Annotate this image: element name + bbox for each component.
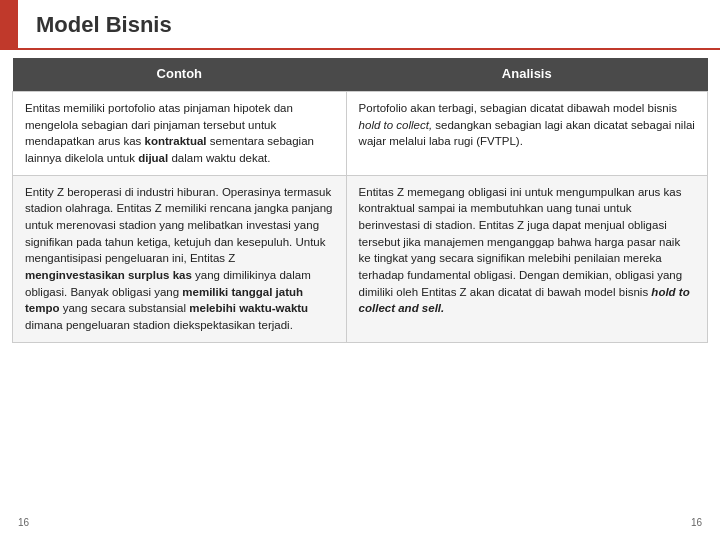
row2-analisis: Entitas Z memegang obligasi ini untuk me… <box>346 175 707 342</box>
bold-text-dijual: dijual <box>138 152 168 164</box>
row2-contoh: Entity Z beroperasi di industri hiburan.… <box>13 175 347 342</box>
table-header-row: Contoh Analisis <box>13 58 708 91</box>
model-bisnis-table: Contoh Analisis Entitas memiliki portofo… <box>12 58 708 343</box>
bold-italic-text: hold to collect and sell. <box>359 286 690 315</box>
table-row: Entity Z beroperasi di industri hiburan.… <box>13 175 708 342</box>
page-header: Model Bisnis <box>0 0 720 50</box>
col-header-analisis: Analisis <box>346 58 707 91</box>
row1-analisis: Portofolio akan terbagi, sebagian dicata… <box>346 91 707 175</box>
text-span: Entitas memiliki portofolio atas pinjama… <box>25 102 314 164</box>
text-span: Entitas Z memegang obligasi ini untuk me… <box>359 186 690 315</box>
text-span: Entity Z beroperasi di industri hiburan.… <box>25 186 333 331</box>
bold-text: menginvestasikan surplus kas <box>25 269 192 281</box>
bold-text: kontraktual <box>145 135 207 147</box>
bold-text: melebihi waktu-waktu <box>189 302 308 314</box>
row1-contoh: Entitas memiliki portofolio atas pinjama… <box>13 91 347 175</box>
italic-text: hold to collect, <box>359 119 433 131</box>
red-accent-bar <box>0 0 18 50</box>
col-header-contoh: Contoh <box>13 58 347 91</box>
footer-page-right: 16 <box>691 517 702 528</box>
main-table-wrapper: Contoh Analisis Entitas memiliki portofo… <box>0 50 720 351</box>
page-container: Model Bisnis Contoh Analisis Entitas mem… <box>0 0 720 540</box>
page-title: Model Bisnis <box>36 12 702 38</box>
footer-page-left: 16 <box>18 517 29 528</box>
table-row: Entitas memiliki portofolio atas pinjama… <box>13 91 708 175</box>
text-span: Portofolio akan terbagi, sebagian dicata… <box>359 102 695 147</box>
